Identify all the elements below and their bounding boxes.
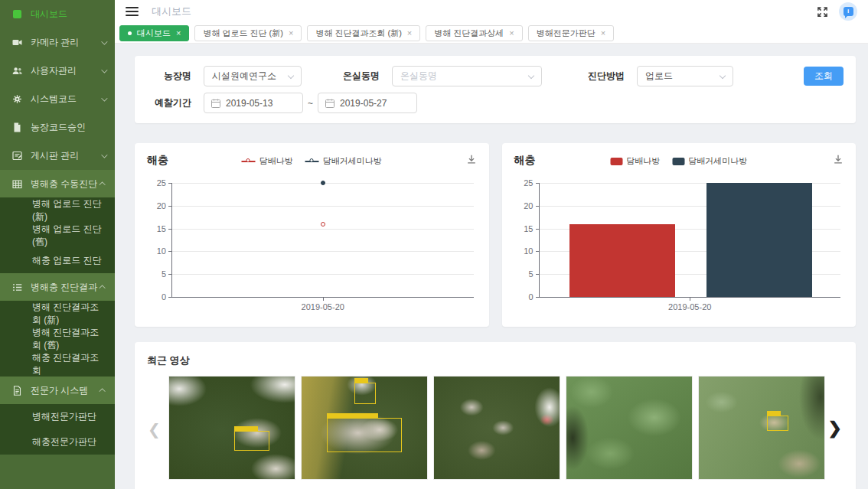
method-label: 진단방법: [577, 70, 625, 83]
y-axis-label: 5: [528, 269, 533, 279]
grid-icon: [11, 178, 22, 189]
chevron-down-icon: [101, 67, 107, 73]
y-axis-label: 25: [524, 178, 533, 187]
tab-close-icon[interactable]: ×: [289, 28, 293, 37]
chevron-down-icon: [720, 73, 726, 79]
greenhouse-label: 온실동명: [332, 70, 380, 83]
carousel-prev-icon[interactable]: ❮: [148, 420, 161, 438]
sidebar-item-label: 대시보드: [31, 8, 67, 21]
sidebar-item-16[interactable]: 해충전문가판단: [0, 429, 115, 455]
tab-close-icon[interactable]: ×: [407, 28, 412, 37]
sidebar-item-10[interactable]: 병해충 진단결과: [0, 273, 115, 301]
y-axis-tick: [536, 297, 540, 298]
sidebar-item-label: 병해 진단결과조회 (新): [32, 301, 106, 327]
sidebar-item-4[interactable]: 농장코드승인: [0, 113, 115, 142]
legend-item[interactable]: 담배거세미나방: [305, 155, 382, 167]
sidebar: 대시보드카메라 관리사용자관리시스템코드농장코드승인게시판 관리병해충 수동진단…: [0, 0, 115, 489]
y-axis-tick: [168, 251, 172, 252]
chat-bubble-icon: i: [844, 7, 853, 16]
tab-close-icon[interactable]: ×: [509, 28, 514, 37]
image-carousel: [168, 376, 825, 480]
search-button[interactable]: 조회: [804, 67, 844, 86]
period-to-input[interactable]: 2019-05-27: [318, 93, 417, 113]
y-axis-label: 0: [162, 292, 166, 302]
download-icon[interactable]: [466, 154, 477, 167]
bar-담배나방[interactable]: [569, 224, 675, 297]
chevron-up-icon: [99, 388, 105, 394]
sidebar-item-11[interactable]: 병해 진단결과조회 (新): [0, 301, 115, 326]
board-icon: [11, 151, 22, 161]
data-point-담배나방[interactable]: [321, 222, 325, 227]
gridline: [172, 206, 474, 207]
chart-plot-area: 05101520252019-05-20: [171, 183, 474, 298]
farm-name-select[interactable]: 시설원예연구소: [204, 66, 302, 86]
greenhouse-select[interactable]: 온실동명: [392, 66, 542, 86]
list-icon: [11, 282, 22, 292]
sidebar-item-label: 해충 진단결과조회: [32, 351, 106, 377]
sidebar-item-label: 농장코드승인: [31, 121, 86, 134]
chevron-down-icon: [101, 152, 107, 158]
recent-image-4[interactable]: [566, 376, 693, 480]
hamburger-menu-icon[interactable]: [126, 7, 139, 16]
sidebar-item-7[interactable]: 병해 업로드 진단 (新): [0, 197, 115, 223]
document-icon: [11, 122, 22, 133]
sidebar-item-8[interactable]: 병해 업로드 진단 (舊): [0, 223, 115, 248]
sidebar-item-label: 사용자관리: [31, 64, 77, 77]
x-axis-label: 2019-05-20: [302, 302, 344, 311]
sidebar-item-6[interactable]: 병해충 수동진단: [0, 170, 115, 197]
carousel-next-icon[interactable]: ❯: [828, 419, 842, 438]
legend-item[interactable]: 담배나방: [242, 155, 293, 167]
sidebar-item-14[interactable]: 전문가 시스템: [0, 377, 115, 404]
tab-0[interactable]: 대시보드×: [119, 25, 189, 41]
calendar-icon: [325, 99, 334, 108]
active-tab-dot: [128, 31, 132, 35]
tab-4[interactable]: 병해전문가판단×: [528, 25, 614, 41]
fullscreen-icon[interactable]: [817, 6, 828, 18]
download-icon[interactable]: [833, 154, 844, 167]
tab-close-icon[interactable]: ×: [601, 28, 605, 37]
legend-label: 담배거세미나방: [323, 155, 382, 167]
pest-bar-chart-card: 해충 담배나방담배거세미나방 05101520252019-05-20: [502, 143, 857, 327]
y-axis-label: 5: [162, 269, 166, 279]
tab-label: 병해전문가판단: [537, 28, 596, 39]
filter-panel: 농장명 시설원예연구소 온실동명 온실동명 진단방법 업로드 조회 예찰기간: [135, 56, 856, 123]
recent-image-5[interactable]: [698, 376, 825, 480]
sidebar-item-label: 카메라 관리: [31, 36, 79, 49]
recent-image-2[interactable]: [301, 376, 428, 480]
y-axis-tick: [168, 274, 172, 275]
y-axis-tick: [168, 206, 172, 207]
legend-item[interactable]: 담배거세미나방: [672, 155, 747, 167]
sidebar-item-2[interactable]: 사용자관리: [0, 57, 115, 85]
sidebar-item-9[interactable]: 해충 업로드 진단: [0, 248, 115, 273]
period-from-input[interactable]: 2019-05-13: [204, 93, 303, 113]
sidebar-item-0[interactable]: 대시보드: [0, 0, 115, 28]
sidebar-item-5[interactable]: 게시판 관리: [0, 142, 115, 170]
legend-label: 담배나방: [259, 155, 293, 167]
bar-담배거세미나방[interactable]: [706, 183, 812, 297]
detection-box: [354, 383, 376, 404]
tab-close-icon[interactable]: ×: [176, 28, 181, 37]
recent-image-3[interactable]: [433, 376, 560, 480]
chat-info-button[interactable]: i: [839, 2, 857, 21]
tab-bar: 대시보드×병해 업로드 진단 (新)×병해 진단결과조회 (新)×병해 진단결과…: [115, 23, 868, 44]
sidebar-item-12[interactable]: 병해 진단결과조회 (舊): [0, 326, 115, 351]
tab-3[interactable]: 병해 진단결과상세×: [426, 25, 523, 41]
dashboard-icon: [11, 9, 22, 20]
tab-2[interactable]: 병해 진단결과조회 (新)×: [307, 25, 420, 41]
x-axis-label: 2019-05-20: [668, 302, 711, 311]
legend-item[interactable]: 담배나방: [610, 155, 660, 167]
chevron-up-icon: [99, 285, 105, 291]
y-axis-label: 15: [157, 224, 166, 233]
sidebar-item-13[interactable]: 해충 진단결과조회: [0, 351, 115, 377]
method-select[interactable]: 업로드: [637, 66, 733, 86]
farm-name-label: 농장명: [147, 70, 191, 83]
sidebar-item-15[interactable]: 병해전문가판단: [0, 404, 115, 429]
data-point-담배거세미나방[interactable]: [321, 181, 325, 185]
recent-images-panel: 최근 영상 ❮ ❯: [135, 342, 856, 489]
sidebar-item-3[interactable]: 시스템코드: [0, 85, 115, 113]
sidebar-item-1[interactable]: 카메라 관리: [0, 28, 115, 57]
recent-image-1[interactable]: [168, 376, 295, 480]
tab-label: 병해 업로드 진단 (新): [203, 28, 283, 39]
tab-1[interactable]: 병해 업로드 진단 (新)×: [194, 25, 302, 41]
y-axis-label: 25: [157, 178, 166, 187]
